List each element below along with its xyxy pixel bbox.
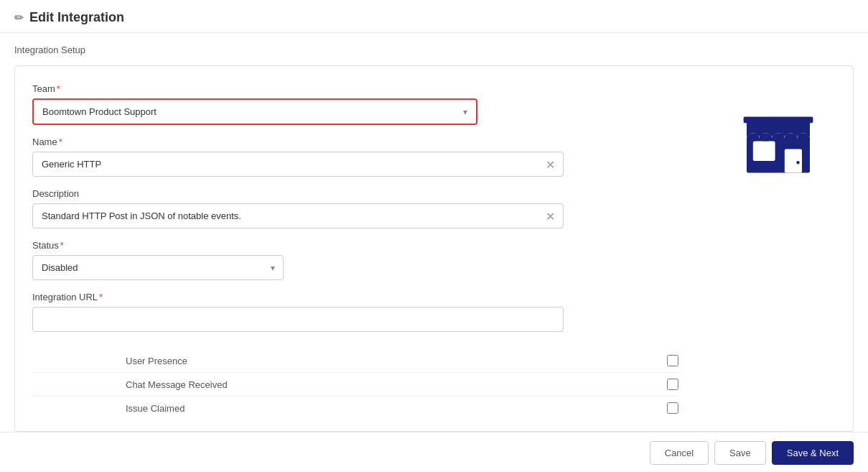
user-presence-checkbox[interactable] — [667, 355, 678, 366]
user-presence-row: User Presence — [32, 349, 678, 373]
description-clear-icon[interactable]: ✕ — [546, 209, 555, 223]
svg-point-7 — [747, 134, 760, 142]
user-presence-label: User Presence — [126, 356, 187, 366]
svg-rect-3 — [753, 142, 775, 162]
chat-message-checkbox[interactable] — [667, 379, 678, 390]
integration-url-input[interactable] — [32, 307, 564, 332]
status-required-star: * — [60, 240, 64, 251]
status-field-group: Status * Disabled Enabled ▾ — [32, 240, 692, 280]
page-title: Edit Integration — [29, 10, 124, 25]
edit-icon: ✏ — [14, 11, 24, 24]
name-required-star: * — [59, 136, 62, 147]
name-label: Name * — [32, 136, 692, 147]
description-field-group: Description ✕ — [32, 188, 692, 228]
status-label: Status * — [32, 240, 692, 251]
svg-point-5 — [796, 161, 799, 164]
chat-message-label: Chat Message Received — [126, 379, 228, 390]
issue-claimed-checkbox[interactable] — [667, 402, 678, 414]
url-required-star: * — [99, 292, 103, 302]
form-card: Team * Boomtown Product Support ▾ Name * — [14, 65, 854, 432]
page-wrapper: ✏ Edit Integration Integration Setup Tea… — [0, 0, 868, 472]
status-select[interactable]: Disabled Enabled — [32, 255, 284, 280]
description-label: Description — [32, 188, 692, 199]
name-clear-icon[interactable]: ✕ — [546, 157, 555, 171]
svg-point-8 — [760, 134, 773, 142]
store-icon — [739, 98, 818, 177]
name-input-wrapper: ✕ — [32, 152, 564, 177]
team-select[interactable]: Boomtown Product Support — [34, 100, 476, 124]
content-area: Integration Setup Team * Boomtown Produc… — [0, 33, 868, 432]
save-button[interactable]: Save — [714, 441, 766, 465]
section-title: Integration Setup — [14, 45, 854, 55]
form-right — [721, 83, 836, 420]
cancel-button[interactable]: Cancel — [650, 441, 709, 465]
issue-claimed-row: Issue Claimed — [32, 397, 678, 420]
form-left: Team * Boomtown Product Support ▾ Name * — [32, 83, 692, 420]
team-select-wrapper: Boomtown Product Support ▾ — [32, 98, 477, 125]
name-field-group: Name * ✕ — [32, 136, 692, 177]
status-select-wrapper: Disabled Enabled ▾ — [32, 255, 284, 280]
name-input[interactable] — [32, 152, 564, 177]
description-input-wrapper: ✕ — [32, 203, 564, 228]
integration-url-field-group: Integration URL * — [32, 292, 692, 332]
team-required-star: * — [57, 83, 60, 94]
checkbox-section: User Presence Chat Message Received Issu… — [32, 349, 692, 420]
chat-message-row: Chat Message Received — [32, 373, 678, 397]
header: ✏ Edit Integration — [0, 0, 868, 33]
integration-url-label: Integration URL * — [32, 292, 692, 302]
issue-claimed-label: Issue Claimed — [126, 403, 185, 414]
team-field-group: Team * Boomtown Product Support ▾ — [32, 83, 692, 125]
description-input[interactable] — [32, 203, 564, 228]
integration-url-input-wrapper — [32, 307, 564, 332]
svg-point-9 — [772, 134, 785, 142]
team-label: Team * — [32, 83, 692, 94]
svg-rect-6 — [744, 116, 813, 123]
svg-point-10 — [785, 134, 798, 142]
footer: Cancel Save Save & Next — [0, 432, 868, 472]
svg-rect-4 — [785, 149, 802, 173]
save-next-button[interactable]: Save & Next — [772, 441, 854, 465]
svg-point-11 — [797, 134, 810, 142]
